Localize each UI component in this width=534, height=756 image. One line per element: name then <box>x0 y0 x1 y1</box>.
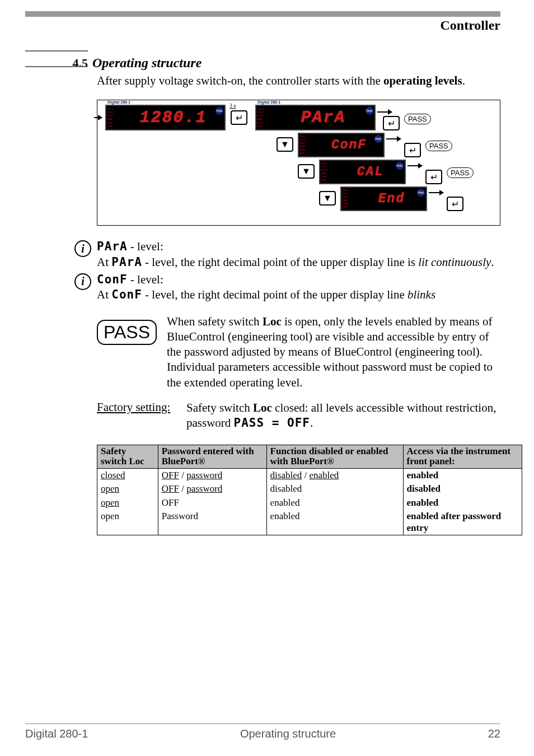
enter-icon: ↵ <box>430 172 438 183</box>
pass-badge-2: PASS <box>425 141 452 151</box>
pass-explanation: PASS When safety switch Loc is open, onl… <box>97 314 500 390</box>
lcd-end: PMA OUT1OUT2AUTOADAFUNCERR End <box>340 186 427 211</box>
info-para-seg: PArA <box>97 240 128 253</box>
intro-bold: operating levels <box>383 74 462 87</box>
footer-left: Digital 280-1 <box>25 727 88 740</box>
table-row: closedOFF / passworddisabled / enableden… <box>97 468 522 482</box>
factory-label: Factory setting: <box>97 400 186 431</box>
footer-page-number: 22 <box>488 727 500 740</box>
lcd-model-label: Digital 280-1 <box>107 100 130 104</box>
enter-icon: ↵ <box>409 145 416 156</box>
th-password: Password entered with BluePort® <box>158 445 266 468</box>
enter-button-1: ↵ <box>231 110 247 125</box>
factory-setting: Factory setting: Safety switch Loc close… <box>97 400 500 431</box>
lcd-led-strip: OUT1OUT2AUTOADAFUNCERR <box>106 106 122 129</box>
hold-time-label: 3 s <box>229 102 236 109</box>
down-icon: ▼ <box>323 193 332 203</box>
th-function: Function disabled or enabled with BluePo… <box>266 445 403 468</box>
table-row: openPasswordenabledenabled after passwor… <box>97 510 522 535</box>
intro-text: After supply voltage switch-on, the cont… <box>97 73 500 88</box>
pass-badge-1: PASS <box>404 114 431 124</box>
lcd-cal: PMA OUT1OUT2AUTOADAFUNCERR CAL <box>319 160 406 184</box>
table-row: openOFF / passworddisableddisabled <box>97 482 522 496</box>
enter-button-para: ↵ <box>383 116 400 130</box>
page-header: Controller <box>25 18 500 33</box>
info-icon: i <box>74 273 91 290</box>
lcd-main-value: 1280.1 <box>122 106 224 129</box>
lcd-para-value: PArA <box>272 106 374 129</box>
access-table: Safety switch Loc Password entered with … <box>97 445 522 535</box>
section-heading: 4.5 Operating structure <box>25 55 500 71</box>
lcd-cal-value: CAL <box>336 161 405 183</box>
footer-center: Operating structure <box>240 727 336 740</box>
page-footer: Digital 280-1 Operating structure 22 <box>25 724 500 740</box>
arrow-para <box>377 111 392 113</box>
enter-icon: ↵ <box>388 118 395 129</box>
intro-prefix: After supply voltage switch-on, the cont… <box>97 74 383 87</box>
down-button-1: ▼ <box>277 137 293 152</box>
th-loc: Safety switch Loc <box>97 445 158 468</box>
intro-suffix: . <box>462 74 465 87</box>
pass-badge-3: PASS <box>447 167 474 178</box>
info-para: i PArA - level: At PArA - level, the rig… <box>74 239 500 270</box>
header-rule <box>25 11 500 17</box>
enter-button-cal: ↵ <box>425 170 442 184</box>
enter-button-end: ↵ <box>447 197 463 211</box>
lcd-para: Digital 280-1 PMA OUT1OUT2AUTOADAFUNCERR… <box>255 105 376 130</box>
down-icon: ▼ <box>280 139 289 150</box>
section-number: 4.5 <box>73 56 88 70</box>
info-conf-seg: ConF <box>97 273 128 286</box>
th-access: Access via the instrument front panel: <box>403 445 522 468</box>
down-button-2: ▼ <box>298 164 315 179</box>
enter-icon: ↵ <box>236 113 243 123</box>
arrow-conf <box>386 138 401 139</box>
enter-button-conf: ↵ <box>404 143 421 157</box>
lcd-conf-value: ConF <box>315 134 383 156</box>
lcd-conf: PMA OUT1OUT2AUTOADAFUNCERR ConF <box>298 133 385 157</box>
arrow-entry <box>94 117 102 118</box>
lcd-main: Digital 280-1 PMA OUT1OUT2AUTOADAFUNCERR… <box>105 105 226 130</box>
section-title: Operating structure <box>92 55 202 71</box>
operating-structure-diagram: Digital 280-1 PMA OUT1OUT2AUTOADAFUNCERR… <box>97 100 500 226</box>
pass-badge-large: PASS <box>97 320 157 345</box>
table-row: openOFFenabledenabled <box>97 496 522 510</box>
lcd-end-value: End <box>357 188 426 210</box>
arrow-cal <box>407 165 422 166</box>
info-icon: i <box>74 240 91 257</box>
info-conf: i ConF - level: At ConF - level, the rig… <box>74 272 500 303</box>
arrow-end <box>429 192 443 193</box>
down-icon: ▼ <box>302 166 311 176</box>
down-button-3: ▼ <box>319 191 336 206</box>
enter-icon: ↵ <box>452 199 459 209</box>
